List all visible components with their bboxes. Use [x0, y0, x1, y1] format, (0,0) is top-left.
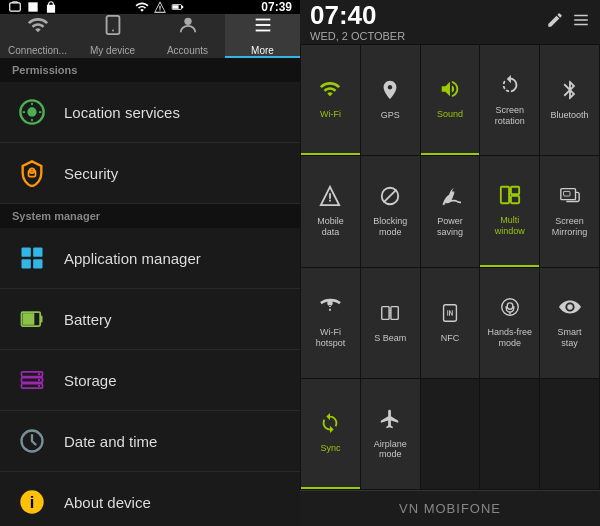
tab-accounts[interactable]: Accounts [150, 14, 225, 58]
svg-rect-4 [181, 6, 183, 8]
svg-rect-38 [501, 187, 509, 204]
sync-icon [319, 412, 341, 440]
security-label: Security [64, 165, 118, 182]
tile-wifihotspot[interactable]: Wi-Fihotspot [301, 268, 360, 378]
tile-nfc[interactable]: NFC [421, 268, 480, 378]
tab-more-label: More [251, 45, 274, 56]
status-right-icons [135, 0, 185, 14]
smartstay-label: Smartstay [558, 327, 582, 349]
tile-sync[interactable]: Sync [301, 379, 360, 489]
empty-tile-3 [540, 379, 599, 489]
svg-rect-10 [255, 24, 270, 26]
tile-powersaving[interactable]: Powersaving [421, 156, 480, 266]
nfc-label: NFC [441, 333, 460, 344]
location-icon [16, 96, 48, 128]
svg-rect-33 [574, 24, 588, 26]
svg-point-26 [38, 379, 40, 381]
edit-icon[interactable] [546, 11, 564, 33]
svg-rect-9 [255, 19, 270, 21]
tab-more[interactable]: More [225, 14, 300, 58]
menu-about[interactable]: i About device [0, 472, 300, 526]
blocking-label: Blockingmode [373, 216, 407, 238]
tile-airplane[interactable]: Airplanemode [361, 379, 420, 489]
tile-sound[interactable]: Sound [421, 45, 480, 155]
menu-icon[interactable] [572, 11, 590, 33]
svg-rect-0 [10, 3, 21, 11]
bluetooth-icon [559, 79, 581, 107]
svg-point-27 [38, 385, 40, 387]
svg-rect-11 [255, 30, 270, 32]
sound-label: Sound [437, 109, 463, 120]
menu-location[interactable]: Location services [0, 82, 300, 143]
tile-sbeam[interactable]: S Beam [361, 268, 420, 378]
tile-bluetooth[interactable]: Bluetooth [540, 45, 599, 155]
status-bar: 07:39 [0, 0, 300, 14]
connections-icon [27, 14, 49, 41]
tile-wifi[interactable]: Wi-Fi [301, 45, 360, 155]
svg-rect-17 [22, 259, 31, 268]
multiwindow-icon [499, 184, 521, 212]
quick-settings-grid: Wi-Fi GPS Sound Screenrotation Bluetooth [300, 44, 600, 490]
svg-rect-15 [22, 248, 31, 257]
tile-multiwindow[interactable]: Multiwindow [480, 156, 539, 266]
datetime-label: Date and time [64, 433, 157, 450]
svg-point-25 [38, 373, 40, 375]
svg-rect-35 [329, 200, 331, 202]
tile-blocking[interactable]: Blockingmode [361, 156, 420, 266]
carrier-bar: VN MOBIFONE [300, 490, 600, 526]
gps-label: GPS [381, 110, 400, 121]
menu-appmanager[interactable]: Application manager [0, 228, 300, 289]
security-icon [16, 157, 48, 189]
more-icon [252, 14, 274, 41]
datetime-icon [16, 425, 48, 457]
storage-icon [16, 364, 48, 396]
notification-time: 07:40 [310, 2, 405, 28]
about-icon: i [16, 486, 48, 518]
tile-screenmirroring[interactable]: ScreenMirroring [540, 156, 599, 266]
svg-rect-20 [40, 316, 42, 323]
notification-bar: 07:40 WED, 2 OCTOBER [300, 0, 600, 44]
svg-rect-39 [511, 187, 519, 194]
tile-smartstay[interactable]: Smartstay [540, 268, 599, 378]
sync-label: Sync [320, 443, 340, 454]
battery-icon [16, 303, 48, 335]
menu-security[interactable]: Security [0, 143, 300, 204]
sbeam-icon [379, 302, 401, 330]
powersaving-icon [439, 185, 461, 213]
hotspot-label: Wi-Fihotspot [316, 327, 346, 349]
handsfree-icon [499, 296, 521, 324]
bluetooth-label: Bluetooth [551, 110, 589, 121]
menu-storage[interactable]: Storage [0, 350, 300, 411]
menu-battery[interactable]: Battery [0, 289, 300, 350]
mydevice-icon [102, 14, 124, 41]
section-permissions: Permissions [0, 58, 300, 82]
notification-date: WED, 2 OCTOBER [310, 30, 405, 42]
menu-datetime[interactable]: Date and time [0, 411, 300, 472]
appmanager-icon [16, 242, 48, 274]
gps-icon [379, 79, 401, 107]
tile-handsfree[interactable]: Hands-freemode [480, 268, 539, 378]
svg-rect-44 [391, 306, 398, 319]
tile-gps[interactable]: GPS [361, 45, 420, 155]
notification-action-icons [546, 11, 590, 33]
svg-rect-18 [33, 259, 42, 268]
tile-rotation[interactable]: Screenrotation [480, 45, 539, 155]
airplane-label: Airplanemode [374, 439, 407, 461]
smartstay-icon [559, 296, 581, 324]
sbeam-label: S Beam [374, 333, 406, 344]
tile-mobiledata[interactable]: Mobiledata [301, 156, 360, 266]
tab-accounts-label: Accounts [167, 45, 208, 56]
screenmirroring-icon [559, 185, 581, 213]
location-label: Location services [64, 104, 180, 121]
wifi-icon [319, 78, 341, 106]
svg-rect-1 [159, 6, 160, 9]
svg-rect-5 [172, 5, 178, 9]
airplane-icon [379, 408, 401, 436]
svg-rect-32 [574, 19, 588, 21]
tab-mydevice[interactable]: My device [75, 14, 150, 58]
accounts-icon [177, 14, 199, 41]
screenmirroring-label: ScreenMirroring [552, 216, 588, 238]
empty-tile-1 [421, 379, 480, 489]
svg-rect-43 [382, 306, 389, 319]
tab-connections[interactable]: Connection... [0, 14, 75, 58]
